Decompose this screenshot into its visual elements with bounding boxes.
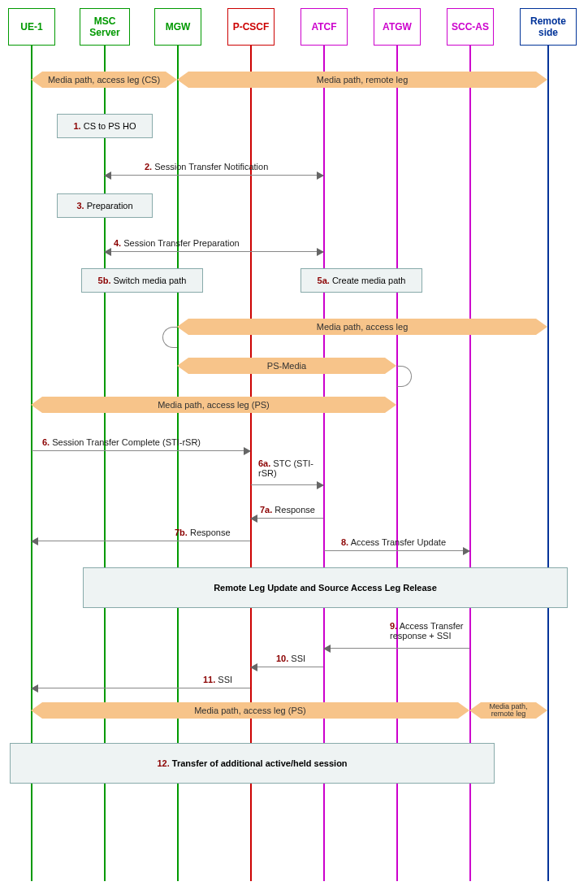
media-access-leg-label: Media path, access leg bbox=[317, 322, 409, 332]
actor-pcscf: P-CSCF bbox=[227, 8, 275, 46]
label-step11: 11. SSI bbox=[203, 675, 232, 684]
arrow-step7b bbox=[32, 541, 250, 541]
media-access-ps-bottom: Media path, access leg (PS) bbox=[42, 702, 458, 719]
media-access-leg: Media path, access leg bbox=[188, 319, 536, 335]
arrow-step8 bbox=[324, 550, 469, 551]
arrow-step10 bbox=[251, 667, 323, 667]
actor-atgw: ATGW bbox=[374, 8, 421, 46]
actor-remote: Remote side bbox=[520, 8, 577, 46]
media-remote-leg-bottom-label: Media path, remote leg bbox=[481, 703, 536, 718]
label-step6a: 6a. STC (STI-rSR) bbox=[258, 458, 323, 478]
actor-msc: MSC Server bbox=[80, 8, 130, 46]
box-step3: 3. Preparation bbox=[57, 193, 153, 218]
arrow-step6a bbox=[251, 484, 323, 485]
media-remote-leg-top-label: Media path, remote leg bbox=[317, 75, 409, 85]
label-step4: 4. Session Transfer Preparation bbox=[114, 238, 240, 248]
box-step5b: 5b. Switch media path bbox=[81, 268, 203, 293]
box-step5a: 5a. Create media path bbox=[300, 268, 422, 293]
arrow-step11 bbox=[32, 688, 250, 688]
box-remote-update: Remote Leg Update and Source Access Leg … bbox=[83, 567, 568, 608]
lifeline-remote bbox=[547, 46, 549, 881]
actor-ue1: UE-1 bbox=[8, 8, 55, 46]
label-step7b: 7b. Response bbox=[175, 528, 231, 537]
media-remote-leg-top: Media path, remote leg bbox=[188, 72, 536, 88]
arrow-step4 bbox=[105, 251, 323, 252]
label-step6: 6. Session Transfer Complete (STI-rSR) bbox=[42, 437, 201, 447]
media-ps: PS-Media bbox=[188, 358, 385, 374]
media-remote-leg-bottom: Media path, remote leg bbox=[481, 702, 536, 719]
media-access-ps-mid: Media path, access leg (PS) bbox=[42, 397, 385, 413]
box-step1: 1. CS to PS HO bbox=[57, 114, 153, 138]
media-ps-label: PS-Media bbox=[267, 361, 306, 371]
actor-mgw: MGW bbox=[154, 8, 201, 46]
box-step12: 12. Transfer of additional active/held s… bbox=[10, 743, 495, 784]
label-step10: 10. SSI bbox=[276, 654, 305, 663]
media-access-cs: Media path, access leg (CS) bbox=[42, 72, 166, 88]
arrow-step6 bbox=[32, 450, 250, 451]
loop-mgw bbox=[162, 327, 177, 348]
arrow-step2 bbox=[105, 175, 323, 176]
arrow-step9 bbox=[324, 648, 469, 649]
loop-atgw bbox=[397, 366, 412, 387]
label-step7a: 7a. Response bbox=[260, 505, 315, 515]
arrow-step7a bbox=[251, 518, 323, 519]
media-access-ps-mid-label: Media path, access leg (PS) bbox=[158, 400, 270, 410]
label-step9: 9. Access Transfer response + SSI bbox=[390, 621, 487, 641]
actor-sccas: SCC-AS bbox=[447, 8, 494, 46]
label-step8: 8. Access Transfer Update bbox=[341, 537, 446, 547]
media-access-ps-bottom-label: Media path, access leg (PS) bbox=[194, 706, 306, 715]
actor-atcf: ATCF bbox=[300, 8, 348, 46]
media-access-cs-label: Media path, access leg (CS) bbox=[48, 76, 160, 85]
label-step2: 2. Session Transfer Notification bbox=[145, 162, 268, 172]
